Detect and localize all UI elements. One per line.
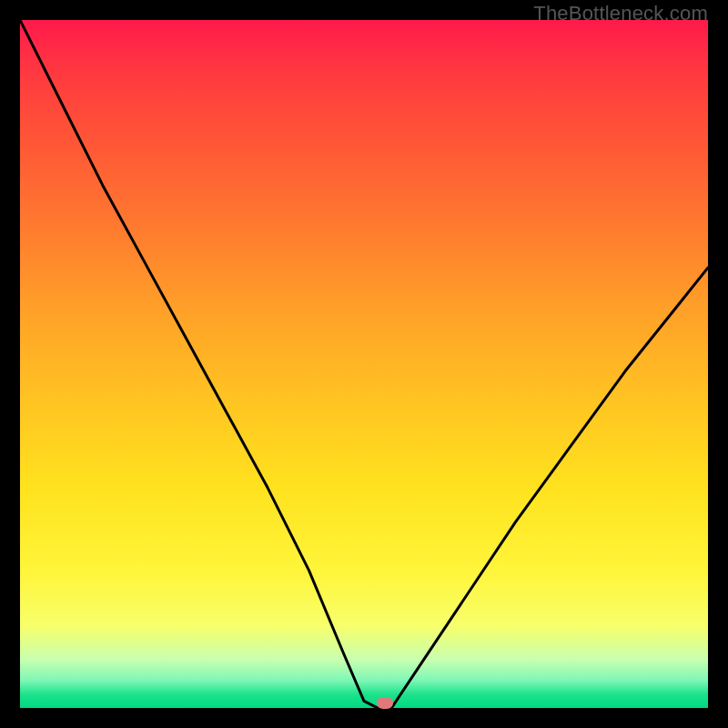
curve-svg — [20, 20, 708, 708]
bottleneck-curve — [20, 20, 708, 708]
chart-frame: TheBottleneck.com — [0, 0, 728, 728]
watermark-text: TheBottleneck.com — [533, 2, 708, 25]
plot-area — [20, 20, 708, 708]
optimal-point-marker — [377, 697, 393, 709]
